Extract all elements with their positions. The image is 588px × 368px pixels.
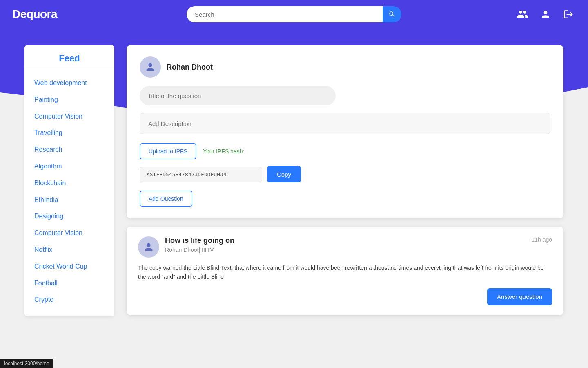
search-input[interactable]: [187, 6, 383, 22]
add-question-button[interactable]: Add Question: [140, 191, 192, 207]
sidebar-item-web-development[interactable]: Web development: [24, 75, 114, 92]
statusbar: localhost:3000/home: [0, 359, 53, 368]
upload-to-ipfs-button[interactable]: Upload to IPFS: [140, 143, 196, 159]
logout-icon[interactable]: [561, 7, 576, 22]
sidebar-item-cricket-world-cup[interactable]: Cricket World Cup: [24, 258, 114, 275]
sidebar-item-computer-vision-1[interactable]: Computer Vision: [24, 108, 114, 125]
user-avatar-icon: [145, 61, 156, 73]
sidebar-item-painting[interactable]: Painting: [24, 92, 114, 108]
sidebar-item-travelling[interactable]: Travelling: [24, 125, 114, 141]
sidebar-item-research[interactable]: Research: [24, 141, 114, 158]
sidebar: Feed Web development Painting Computer V…: [24, 45, 114, 316]
sidebar-item-crypto[interactable]: Crypto: [24, 292, 114, 308]
question-card: How is life going on Rohan Dhoot| IIITV …: [127, 227, 564, 315]
post-question-card: Rohan Dhoot Upload to IPFS Your IPFS has…: [127, 45, 564, 218]
groups-icon[interactable]: [515, 7, 530, 22]
sidebar-item-blockchain[interactable]: Blockchain: [24, 175, 114, 192]
ipfs-hash-value: ASIFFD5458478423DFDDFUH34: [140, 167, 262, 182]
question-meta: How is life going on Rohan Dhoot| IIITV: [165, 236, 526, 253]
ipfs-label: Your IPFS hash:: [203, 148, 244, 155]
question-avatar: [138, 236, 159, 258]
sidebar-item-netflix[interactable]: Netflix: [24, 242, 114, 258]
card-header: Rohan Dhoot: [140, 56, 550, 78]
main-layout: Feed Web development Painting Computer V…: [0, 29, 588, 333]
question-header: How is life going on Rohan Dhoot| IIITV …: [138, 236, 552, 258]
question-body: The copy warned the Little Blind Text, t…: [138, 263, 552, 282]
question-user-icon: [143, 241, 154, 253]
sidebar-item-algorithm[interactable]: Algorithm: [24, 158, 114, 175]
user-name: Rohan Dhoot: [167, 63, 213, 72]
sidebar-title: Feed: [24, 53, 114, 68]
question-description-input[interactable]: [140, 113, 550, 134]
question-title: How is life going on: [165, 236, 526, 245]
search-wrapper: [187, 6, 401, 22]
sidebar-item-computer-vision-2[interactable]: Computer Vision: [24, 225, 114, 242]
profile-icon[interactable]: [538, 7, 553, 22]
sidebar-item-football[interactable]: Football: [24, 275, 114, 292]
copy-button[interactable]: Copy: [267, 166, 301, 182]
question-time: 11h ago: [531, 236, 552, 243]
hash-row: ASIFFD5458478423DFDDFUH34 Copy: [140, 166, 550, 182]
sidebar-item-ethindia[interactable]: EthIndia: [24, 192, 114, 209]
header: Dequora: [0, 0, 588, 29]
question-title-input[interactable]: [140, 86, 336, 105]
answer-question-button[interactable]: Answer question: [487, 288, 552, 305]
search-button[interactable]: [383, 6, 401, 22]
search-icon: [388, 11, 396, 18]
avatar: [140, 56, 161, 78]
content-area: Rohan Dhoot Upload to IPFS Your IPFS has…: [127, 45, 564, 316]
question-author: Rohan Dhoot| IIITV: [165, 247, 526, 253]
upload-row: Upload to IPFS Your IPFS hash:: [140, 143, 550, 159]
header-icons: [515, 7, 576, 22]
statusbar-url: localhost:3000/home: [4, 361, 49, 366]
logo: Dequora: [12, 8, 57, 21]
sidebar-item-designing[interactable]: Designing: [24, 208, 114, 225]
